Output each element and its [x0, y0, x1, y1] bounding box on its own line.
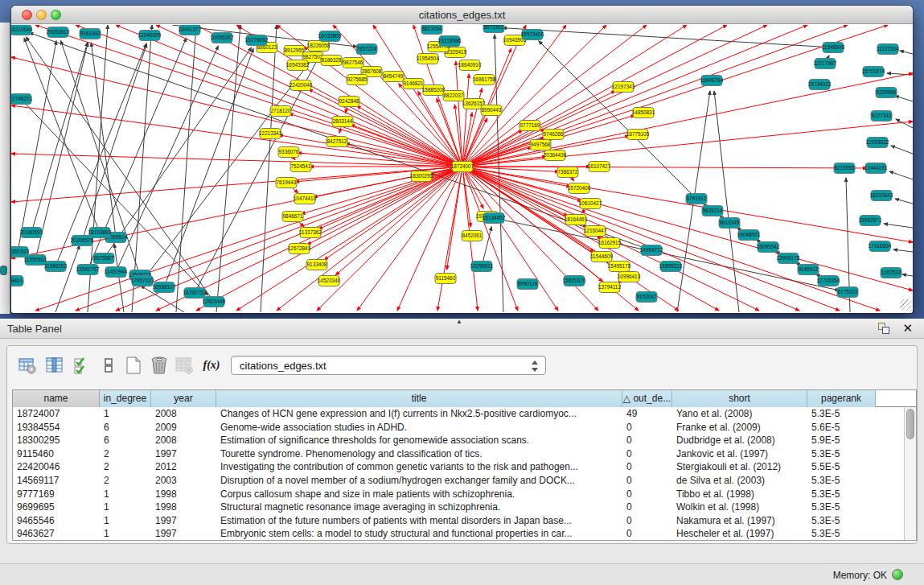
cell-short[interactable]: Nakamura et al. (1997) [672, 514, 807, 528]
graph-edge[interactable] [902, 274, 913, 276]
graph-node[interactable]: 15720406 [568, 183, 591, 194]
cell-out_degree[interactable]: 0 [622, 421, 672, 435]
graph-node[interactable]: 8186328 [321, 56, 342, 66]
table-settings-button[interactable] [17, 355, 38, 376]
float-panel-icon[interactable] [878, 323, 890, 335]
graph-node[interactable]: 17016504 [869, 241, 892, 252]
graph-node[interactable]: 18775105 [626, 130, 650, 140]
graph-node[interactable]: 15821670 [563, 276, 586, 286]
graph-node[interactable]: 9242848 [339, 97, 359, 107]
graph-node[interactable]: 8454749 [383, 72, 404, 82]
graph-edge[interactable] [290, 113, 458, 165]
graph-node[interactable]: 11568293 [44, 262, 67, 272]
graph-node[interactable]: 9361080 [80, 29, 101, 39]
network-window-titlebar[interactable]: citations_edges.txt [11, 6, 913, 24]
graph-node[interactable]: 18724007 [451, 162, 474, 172]
cell-short[interactable]: Yano et al. (2008) [672, 407, 807, 421]
table-row[interactable]: 977716911998Corpus callosum shape and si… [13, 488, 905, 501]
column-header-year[interactable]: year [151, 390, 216, 407]
graph-edge-ray[interactable] [437, 173, 462, 311]
graph-node[interactable]: 11317362 [299, 228, 322, 238]
column-header-title[interactable]: title [216, 390, 622, 407]
cell-short[interactable]: Tibbo et al. (1998) [672, 488, 807, 501]
graph-node[interactable]: 18095542 [757, 242, 780, 253]
cell-name[interactable]: 9463627 [13, 527, 100, 541]
graph-edge[interactable] [26, 37, 211, 298]
graph-node[interactable]: 9827546 [343, 58, 363, 68]
graph-node[interactable]: 13794112 [598, 282, 621, 293]
graph-node[interactable]: 11544609 [590, 252, 613, 262]
graph-node[interactable]: 9746266 [543, 130, 564, 140]
graph-node[interactable]: 8822037 [443, 91, 464, 101]
graph-node[interactable]: 7619443 [276, 178, 297, 188]
graph-node[interactable]: 11121504 [877, 44, 899, 55]
graph-edge-ray[interactable] [35, 25, 456, 164]
graph-node[interactable]: 15885208 [422, 85, 446, 96]
cell-year[interactable]: 2008 [151, 434, 216, 447]
cell-title[interactable]: Investigating the contribution of common… [216, 460, 622, 474]
memory-status-indicator[interactable] [892, 569, 903, 580]
cell-pagerank[interactable]: 5.3E-5 [807, 407, 876, 421]
graph-edge[interactable] [714, 91, 739, 312]
graph-node[interactable]: 18640910 [458, 60, 482, 71]
graph-edge[interactable] [114, 244, 124, 312]
cell-year[interactable]: 1998 [151, 488, 216, 501]
graph-edge[interactable] [33, 43, 88, 229]
graph-node[interactable]: 16543382 [286, 60, 310, 71]
graph-node[interactable]: 16961758 [473, 75, 496, 85]
table-row[interactable]: 1872400712008Changes of HCN gene express… [13, 407, 905, 421]
table-scrollbar[interactable] [904, 407, 916, 540]
graph-node[interactable]: 12940099 [138, 31, 162, 41]
graph-node[interactable]: 9329966 [876, 88, 897, 98]
graph-node[interactable]: 17703354 [817, 276, 840, 286]
column-header-in_degree[interactable]: in_degree [100, 390, 151, 407]
table-row[interactable]: 1938455462009Genome-wide association stu… [13, 421, 905, 435]
graph-node[interactable]: 19734933 [808, 80, 832, 90]
window-resize-grip-icon[interactable] [900, 299, 911, 311]
cell-name[interactable]: 9115460 [13, 447, 100, 461]
cell-out_degree[interactable]: 49 [622, 407, 672, 421]
graph-node[interactable]: 10610427 [579, 199, 602, 209]
graph-edge[interactable] [893, 249, 913, 252]
graph-node[interactable]: 16958107 [153, 282, 176, 293]
cell-pagerank[interactable]: 5.3E-5 [807, 527, 876, 541]
graph-node[interactable]: 10996413 [618, 272, 641, 282]
cell-title[interactable]: Embryonic stem cells: a model to study s… [216, 527, 622, 541]
graph-node[interactable]: 20364436 [544, 150, 567, 161]
graph-edge[interactable] [891, 146, 913, 154]
row-height-button[interactable] [98, 355, 119, 376]
graph-edge[interactable] [895, 96, 913, 101]
graph-edge[interactable] [884, 224, 913, 228]
cell-pagerank[interactable]: 5.3E-5 [807, 447, 876, 461]
graph-node[interactable]: 11548908 [822, 43, 844, 53]
graph-node[interactable]: 9497568 [530, 140, 551, 150]
graph-edge-ray[interactable] [11, 154, 456, 167]
cell-name[interactable]: 18300295 [13, 434, 100, 447]
graph-node[interactable]: 12197343 [612, 82, 635, 93]
cell-pagerank[interactable]: 5.6E-5 [807, 421, 876, 435]
graph-node[interactable]: 10474410 [294, 194, 317, 204]
cell-short[interactable]: Franke et al. (2009) [672, 421, 807, 435]
graph-edge[interactable] [467, 167, 867, 168]
graph-node[interactable]: 8990443 [481, 105, 502, 116]
cell-in_degree[interactable]: 2 [100, 460, 151, 474]
table-row[interactable]: 946554611997Estimation of the future num… [13, 514, 905, 528]
graph-node[interactable]: 9975887 [93, 253, 114, 264]
graph-edge[interactable] [889, 171, 913, 179]
graph-node[interactable]: 12213343 [259, 129, 282, 139]
graph-node[interactable]: 1167533 [881, 268, 901, 278]
cell-name[interactable]: 9777169 [13, 488, 100, 501]
graph-node[interactable]: 16210643 [870, 191, 893, 201]
table-scrollbar-thumb[interactable] [906, 409, 914, 439]
graph-edge[interactable] [36, 43, 88, 255]
graph-node[interactable]: 17957223 [131, 276, 154, 286]
cell-title[interactable]: Estimation of significance thresholds fo… [216, 434, 622, 447]
graph-node[interactable]: 16048921 [737, 230, 761, 241]
new-table-button[interactable] [123, 355, 144, 376]
cell-in_degree[interactable]: 6 [100, 434, 151, 447]
cell-name[interactable]: 18724007 [13, 407, 100, 421]
graph-node[interactable]: 2718120 [270, 106, 291, 117]
cell-in_degree[interactable]: 1 [100, 407, 151, 421]
graph-node[interactable]: 9227343 [871, 111, 892, 122]
graph-edge[interactable] [456, 61, 462, 162]
